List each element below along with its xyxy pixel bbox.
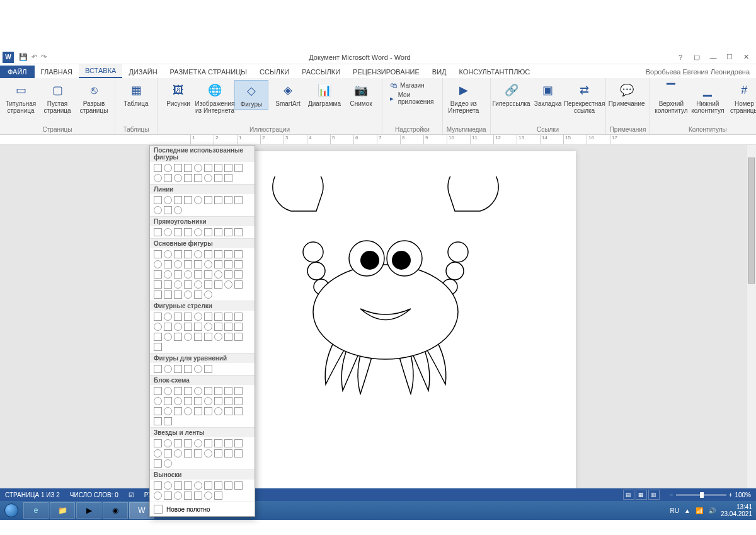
shape-item[interactable] <box>194 407 202 415</box>
shape-item[interactable] <box>164 439 172 447</box>
shape-item[interactable] <box>214 270 222 279</box>
shape-item[interactable] <box>184 365 192 373</box>
shape-item[interactable] <box>224 270 232 279</box>
ribbon-button[interactable]: ◇Фигуры <box>234 80 268 110</box>
shape-item[interactable] <box>224 481 232 490</box>
ribbon-button[interactable]: ⎋Разрыв страницы <box>77 80 111 115</box>
shape-item[interactable] <box>154 387 162 395</box>
shape-item[interactable] <box>184 164 192 172</box>
shape-item[interactable] <box>204 365 212 373</box>
shape-item[interactable] <box>184 174 192 182</box>
shape-item[interactable] <box>204 291 212 299</box>
shape-item[interactable] <box>184 323 192 331</box>
shape-item[interactable] <box>154 492 162 500</box>
shape-item[interactable] <box>224 407 232 415</box>
shape-item[interactable] <box>174 291 182 299</box>
tab-review[interactable]: РЕЦЕНЗИРОВАНИЕ <box>346 66 426 78</box>
shape-item[interactable] <box>164 333 172 341</box>
shape-item[interactable] <box>184 291 192 299</box>
ribbon-button[interactable]: ◈SmartArt <box>271 80 305 108</box>
shape-item[interactable] <box>194 439 202 447</box>
shape-item[interactable] <box>204 270 212 279</box>
ribbon-opts-button[interactable]: ▢ <box>689 52 704 63</box>
shape-item[interactable] <box>154 407 162 415</box>
shape-item[interactable] <box>154 291 162 299</box>
shape-item[interactable] <box>194 365 202 373</box>
shape-item[interactable] <box>194 291 202 299</box>
ribbon-button[interactable]: ▢Пустая страница <box>40 80 74 115</box>
shape-item[interactable] <box>194 481 202 490</box>
shape-item[interactable] <box>184 333 192 341</box>
shape-item[interactable] <box>174 164 182 172</box>
shape-item[interactable] <box>194 397 202 405</box>
shape-item[interactable] <box>214 228 222 236</box>
tab-references[interactable]: ССЫЛКИ <box>253 66 295 78</box>
shape-item[interactable] <box>204 492 212 500</box>
start-button[interactable] <box>0 501 23 520</box>
shape-item[interactable] <box>184 228 192 236</box>
ribbon-button[interactable]: 📊Диаграмма <box>307 80 341 108</box>
shape-item[interactable] <box>204 449 212 457</box>
shape-item[interactable] <box>204 228 212 236</box>
ribbon-button[interactable]: #Номер страницы <box>727 80 756 115</box>
shape-item[interactable] <box>174 313 182 321</box>
shape-item[interactable] <box>154 164 162 172</box>
shape-item[interactable] <box>234 196 243 204</box>
shape-item[interactable] <box>204 397 212 405</box>
shape-item[interactable] <box>204 333 212 341</box>
shape-item[interactable] <box>174 174 182 182</box>
shape-item[interactable] <box>184 492 192 500</box>
ribbon-button[interactable]: ▶Видео из Интернета <box>447 80 481 115</box>
shape-item[interactable] <box>204 313 212 321</box>
shape-item[interactable] <box>164 260 172 268</box>
shape-item[interactable] <box>234 439 243 447</box>
ribbon-small-button[interactable]: 🛍Магазин <box>386 80 438 90</box>
shape-item[interactable] <box>234 250 243 258</box>
ribbon-button[interactable]: 📷Снимок <box>344 80 378 108</box>
shape-item[interactable] <box>174 492 182 500</box>
shape-item[interactable] <box>234 481 243 490</box>
shape-item[interactable] <box>154 481 162 490</box>
shape-item[interactable] <box>164 313 172 321</box>
shape-item[interactable] <box>154 228 162 236</box>
shape-item[interactable] <box>174 280 182 289</box>
shape-item[interactable] <box>234 407 243 415</box>
taskbar-explorer[interactable]: 📁 <box>50 502 75 519</box>
shape-item[interactable] <box>214 492 222 500</box>
shape-item[interactable] <box>194 196 202 204</box>
shape-item[interactable] <box>164 492 172 500</box>
shape-item[interactable] <box>204 323 212 331</box>
shape-item[interactable] <box>174 407 182 415</box>
shape-item[interactable] <box>154 365 162 373</box>
shape-item[interactable] <box>164 459 172 468</box>
shape-item[interactable] <box>234 270 243 279</box>
zoom-out-button[interactable]: − <box>670 492 673 498</box>
shape-item[interactable] <box>174 196 182 204</box>
shape-item[interactable] <box>204 260 212 268</box>
shape-item[interactable] <box>184 449 192 457</box>
shape-item[interactable] <box>194 270 202 279</box>
shape-item[interactable] <box>184 260 192 268</box>
shape-item[interactable] <box>224 174 232 182</box>
shape-item[interactable] <box>174 323 182 331</box>
tray-flag-icon[interactable]: ▲ <box>684 507 690 514</box>
shape-item[interactable] <box>154 397 162 405</box>
shape-item[interactable] <box>214 439 222 447</box>
vertical-scrollbar[interactable] <box>746 145 756 495</box>
status-words[interactable]: ЧИСЛО СЛОВ: 0 <box>70 492 118 498</box>
shape-item[interactable] <box>154 206 162 214</box>
undo-icon[interactable]: ↶ <box>32 53 37 61</box>
shape-item[interactable] <box>174 481 182 490</box>
shape-item[interactable] <box>224 228 232 236</box>
view-print-icon[interactable]: ▦ <box>636 490 647 500</box>
zoom-in-button[interactable]: + <box>729 492 733 498</box>
ribbon-button[interactable]: ▣Закладка <box>531 80 565 108</box>
close-button[interactable]: ✕ <box>738 52 753 63</box>
shape-item[interactable] <box>154 250 162 258</box>
shape-item[interactable] <box>184 387 192 395</box>
tray-lang[interactable]: RU <box>670 507 679 514</box>
shape-item[interactable] <box>184 196 192 204</box>
shape-item[interactable] <box>164 206 172 214</box>
shape-item[interactable] <box>164 397 172 405</box>
shape-item[interactable] <box>184 439 192 447</box>
